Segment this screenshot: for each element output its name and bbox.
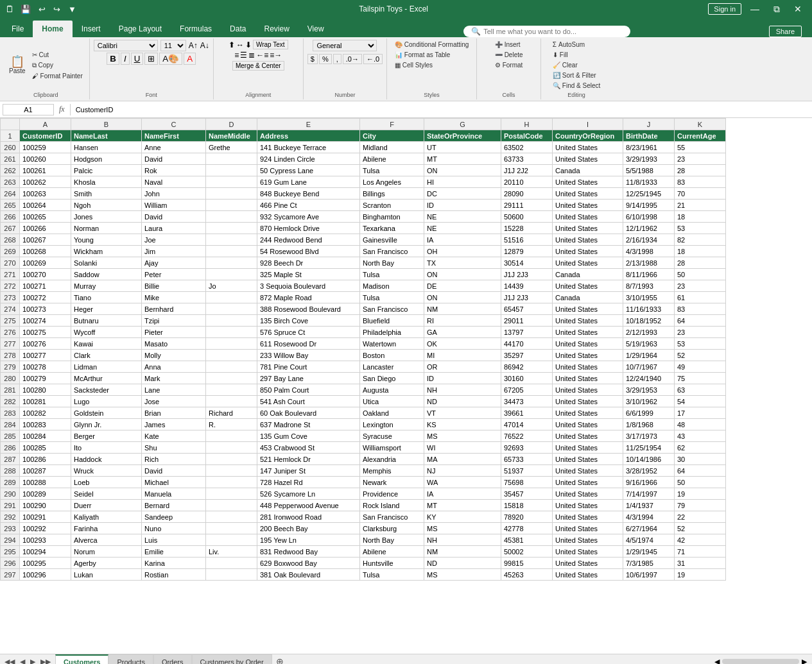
cell[interactable]: 100266 — [20, 223, 71, 234]
cell[interactable]: Shu — [142, 442, 206, 454]
cell[interactable]: 135 Birch Cove — [257, 315, 360, 327]
cell[interactable]: Clark — [71, 350, 142, 361]
cell[interactable]: Murray — [71, 280, 142, 292]
align-left-button[interactable]: ≡ — [234, 51, 239, 60]
cell[interactable] — [206, 558, 257, 569]
cell[interactable] — [206, 153, 257, 165]
clear-button[interactable]: 🧹Clear — [550, 60, 603, 70]
sheet-tab-orders[interactable]: Orders — [153, 654, 192, 664]
format-button[interactable]: ⚙Format — [492, 60, 526, 70]
cell[interactable]: 924 Linden Circle — [257, 153, 360, 165]
cell[interactable]: 870 Hemlock Drive — [257, 223, 360, 234]
cell[interactable]: Oakland — [360, 407, 424, 419]
cell[interactable]: United States — [553, 223, 623, 234]
cell[interactable]: Mike — [142, 292, 206, 303]
cell[interactable]: 53 — [675, 223, 726, 234]
cell[interactable]: 100264 — [20, 200, 71, 211]
cell[interactable]: 48 — [675, 419, 726, 430]
cell[interactable]: 100293 — [20, 534, 71, 546]
cell[interactable]: 526 Sycamore Ln — [257, 488, 360, 500]
cell[interactable]: 8/7/1993 — [623, 280, 675, 292]
paste-button[interactable]: 📋 Paste — [6, 55, 28, 76]
cell[interactable] — [206, 246, 257, 257]
cell[interactable]: 2/12/1993 — [623, 327, 675, 338]
underline-button[interactable]: U — [131, 53, 144, 65]
cell[interactable]: 195 Yew Ln — [257, 534, 360, 546]
cell[interactable]: 100268 — [20, 246, 71, 257]
cell[interactable]: 100274 — [20, 315, 71, 327]
cell[interactable]: ID — [424, 373, 501, 384]
tab-view[interactable]: View — [298, 21, 333, 37]
cell[interactable]: 3 Sequoia Boulevard — [257, 280, 360, 292]
undo-button[interactable]: ↩ — [36, 3, 48, 15]
cell[interactable]: 1/8/1968 — [623, 419, 675, 430]
cell[interactable]: San Francisco — [360, 303, 424, 315]
cell[interactable]: NH — [424, 534, 501, 546]
decrease-decimal-button[interactable]: ←.0 — [363, 54, 383, 64]
col-header-A[interactable]: A — [20, 119, 71, 130]
cell[interactable]: 49 — [675, 361, 726, 373]
cell[interactable]: Billings — [360, 188, 424, 200]
cell[interactable]: Hodgson — [71, 153, 142, 165]
cell[interactable]: 100269 — [20, 257, 71, 269]
minimize-button[interactable]: — — [745, 3, 764, 15]
cell[interactable]: 100294 — [20, 546, 71, 558]
cell[interactable]: Williamsport — [360, 442, 424, 454]
cell[interactable]: Canada — [553, 292, 623, 303]
increase-font-button[interactable]: A↑ — [189, 41, 198, 50]
cell[interactable]: R. — [206, 419, 257, 430]
qat-dropdown[interactable]: ▼ — [65, 3, 79, 15]
cell[interactable]: United States — [553, 142, 623, 153]
cell[interactable]: 63 — [675, 384, 726, 396]
cell[interactable]: United States — [553, 523, 623, 534]
cell[interactable]: 3/28/1952 — [623, 465, 675, 477]
cell[interactable]: 11/25/1954 — [623, 442, 675, 454]
cell[interactable] — [206, 488, 257, 500]
cell[interactable]: 10/14/1986 — [623, 454, 675, 465]
cell[interactable]: United States — [553, 280, 623, 292]
cell[interactable]: 135 Gum Cove — [257, 430, 360, 442]
increase-decimal-button[interactable]: .0→ — [343, 54, 362, 64]
cell[interactable]: Masato — [142, 338, 206, 350]
cut-button[interactable]: ✂Cut — [30, 50, 85, 60]
cell[interactable]: Rok — [142, 165, 206, 176]
cell[interactable]: 100277 — [20, 350, 71, 361]
cell[interactable]: 60 Oak Boulevard — [257, 407, 360, 419]
cell[interactable] — [206, 442, 257, 454]
sheet-area[interactable]: A B C D E F G H I J K 1CustomerIDNameLas… — [0, 118, 812, 654]
cell[interactable]: DE — [424, 280, 501, 292]
cell[interactable]: United States — [553, 477, 623, 488]
cell[interactable]: David — [142, 153, 206, 165]
cell[interactable]: 848 Buckeye Bend — [257, 188, 360, 200]
cell[interactable]: 78920 — [501, 511, 553, 523]
cell[interactable]: 3/29/1993 — [623, 153, 675, 165]
cell[interactable]: 576 Spruce Ct — [257, 327, 360, 338]
cell[interactable]: United States — [553, 384, 623, 396]
fill-button[interactable]: ⬇Fill — [550, 50, 603, 60]
cell[interactable]: United States — [553, 396, 623, 407]
cell[interactable]: 100283 — [20, 419, 71, 430]
font-color-button[interactable]: A — [184, 53, 196, 65]
cell[interactable]: 100290 — [20, 500, 71, 511]
cell[interactable]: William — [142, 200, 206, 211]
cell[interactable]: 5/5/1988 — [623, 165, 675, 176]
delete-button[interactable]: ➖Delete — [492, 50, 526, 60]
header-cell-currentage[interactable]: CurrentAge — [675, 130, 726, 142]
cell[interactable]: Sandeep — [142, 511, 206, 523]
cell[interactable]: Tulsa — [360, 292, 424, 303]
cell[interactable]: Agerby — [71, 558, 142, 569]
cell[interactable]: 21 — [675, 200, 726, 211]
cell[interactable]: 7/14/1997 — [623, 488, 675, 500]
cell[interactable]: 100285 — [20, 442, 71, 454]
cell[interactable]: Karina — [142, 558, 206, 569]
cell[interactable]: 448 Pepperwood Avenue — [257, 500, 360, 511]
cell[interactable]: 23 — [675, 327, 726, 338]
cell[interactable]: 50 — [675, 269, 726, 280]
cell[interactable]: Alexandria — [360, 454, 424, 465]
cell[interactable]: Saddow — [71, 269, 142, 280]
cell[interactable] — [206, 188, 257, 200]
cell[interactable]: Midland — [360, 142, 424, 153]
accounting-button[interactable]: , — [333, 54, 341, 64]
cell[interactable]: Jo — [206, 280, 257, 292]
cell[interactable]: 12/25/1945 — [623, 188, 675, 200]
